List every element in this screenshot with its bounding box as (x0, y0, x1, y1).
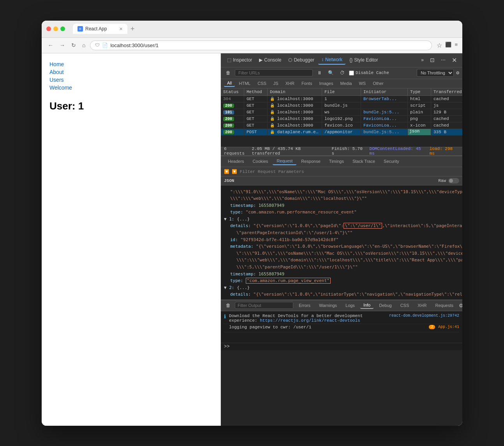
network-clear-button[interactable]: 🗑 (224, 69, 233, 76)
nav-link-about[interactable]: About (49, 69, 213, 75)
forward-button[interactable]: → (58, 41, 67, 50)
req-tab-timings[interactable]: Timings (325, 158, 348, 165)
col-status: Status (221, 88, 244, 95)
nav-link-home[interactable]: Home (49, 61, 213, 67)
menu-icon[interactable]: ≡ (455, 42, 458, 49)
console-chevron: >> (224, 344, 229, 349)
devtools-tab-console[interactable]: ▶ Console (256, 56, 284, 64)
network-gear-icon[interactable]: ⚙ (456, 70, 459, 76)
new-tab-button[interactable]: + (130, 25, 135, 33)
extension-icon[interactable]: ⬛ (445, 42, 451, 49)
req-tab-stack-trace[interactable]: Stack Trace (349, 158, 379, 165)
filter-tab-xhr[interactable]: XHR (282, 80, 298, 86)
col-initiator: Initiator (361, 88, 408, 95)
filter-tab-other[interactable]: Other (370, 80, 387, 86)
console-errors-tab[interactable]: Errors (296, 302, 314, 308)
network-row-4[interactable]: 200 GET 🔒 localhost:3000 logo192.png Fav… (221, 116, 462, 122)
filter-tab-js[interactable]: JS (270, 80, 282, 86)
raw-toggle-switch[interactable] (448, 178, 459, 183)
console-clear-button[interactable]: 🗑 (224, 302, 233, 309)
browser-tab[interactable]: R React App ✕ (73, 24, 127, 34)
filter-tab-html[interactable]: HTML (236, 80, 254, 86)
nav-link-welcome[interactable]: Welcome (49, 85, 213, 91)
table-header: Status Method Domain File Initiator Type… (221, 88, 462, 96)
filter-tab-all[interactable]: All (224, 80, 235, 87)
status-200-4: 200 (221, 129, 244, 135)
network-pause-button[interactable]: ⏸ (315, 69, 324, 76)
json-viewer[interactable]: ":\\\"91.0\\\",\\\"osName\\\":\\\"Mac OS… (221, 185, 462, 300)
close-window-button[interactable] (46, 26, 51, 31)
network-row-1[interactable]: 304 GET 🔒 localhost:3000 1 BrowserTab...… (221, 96, 462, 102)
summary-domcontent: DOMContentLoaded: 45 ms (370, 146, 426, 156)
console-icon: ▶ (259, 57, 263, 63)
devtools-tab-debugger[interactable]: ⬡ Debugger (285, 56, 317, 64)
network-row-2[interactable]: 200 GET 🔒 localhost:3000 bundle.js scrip… (221, 102, 462, 109)
devtools-close-button[interactable]: ✕ (449, 55, 459, 65)
status-200-2: 200 (221, 116, 244, 122)
filter-tab-css[interactable]: CSS (254, 80, 270, 86)
network-row-6-selected[interactable]: 200 POST 🔒 dataplane.rum.eu-west-1.... /… (221, 129, 462, 136)
console-source-1[interactable]: react-dom.development.js:29742 (389, 314, 459, 318)
req-tab-response[interactable]: Response (297, 158, 324, 165)
console-line-1: ℹ Download the React DevTools for a bett… (224, 313, 459, 324)
col-method: Method (244, 88, 268, 95)
network-row-5[interactable]: 200 GET 🔒 localhost:3000 favicon.ico Fav… (221, 122, 462, 129)
devtools-tab-inspector[interactable]: ⬚ Inspector (224, 56, 255, 64)
star-icon[interactable]: ☆ (437, 42, 442, 49)
console-filter-input[interactable] (235, 302, 293, 309)
summary-load: load: 298 ms (430, 146, 459, 156)
summary-size: 2.05 MB / 435.74 KB transferred (252, 146, 329, 156)
network-filter-input[interactable] (235, 69, 313, 76)
console-gear-button[interactable]: ⚙ (459, 303, 462, 308)
filter-tab-ws[interactable]: WS (356, 80, 369, 86)
console-warnings-tab[interactable]: Warnings (316, 302, 340, 308)
tab-title: React App (85, 26, 107, 32)
home-button[interactable]: ⌂ (81, 41, 87, 50)
filter-tab-media[interactable]: Media (337, 80, 355, 86)
nav-link-users[interactable]: Users (49, 77, 213, 83)
nav-bar: ← → ↻ ⌂ 🛡 📄 localhost:3000/user/1 ☆ ⬛ ≡ (42, 38, 462, 53)
console-source-2[interactable]: App.js:41 (438, 325, 459, 329)
maximize-window-button[interactable] (60, 26, 65, 31)
devtools-resize-button[interactable]: ⊡ (428, 55, 437, 65)
console-logs-tab[interactable]: Logs (342, 302, 358, 308)
network-timer-button[interactable]: ⏱ (338, 69, 347, 76)
devtools-tab-style-editor[interactable]: {} Style Editor (346, 56, 381, 64)
disable-cache-label[interactable]: Disable Cache (349, 71, 389, 76)
tab-area: R React App ✕ + (73, 24, 135, 34)
filter-icon: 🔽 (224, 169, 229, 174)
network-row-3[interactable]: 101 GET 🔒 localhost:3000 ws bundle.js:5.… (221, 109, 462, 116)
address-bar[interactable]: 🛡 📄 localhost:3000/user/1 (90, 41, 432, 50)
console-css-tab[interactable]: CSS (397, 302, 412, 308)
network-search-button[interactable]: 🔍 (326, 69, 336, 76)
tab-close-button[interactable]: ✕ (119, 26, 123, 32)
network-filter-tabs: All HTML CSS JS XHR Fonts Images Media W… (221, 79, 462, 88)
filter-tab-images[interactable]: Images (316, 80, 336, 86)
throttle-select[interactable]: No Throttling (417, 69, 454, 77)
react-devtools-link[interactable]: https://reactjs.org/link/react-devtools (260, 318, 360, 323)
reload-button[interactable]: ↻ (70, 41, 78, 50)
devtools-options-button[interactable]: ⋯ (438, 56, 449, 64)
req-tab-headers[interactable]: Headers (224, 158, 248, 165)
back-button[interactable]: ← (46, 41, 55, 50)
filter-request-params: 🔽 🔽 Filter Request Parameters (221, 167, 462, 176)
req-tab-cookies[interactable]: Cookies (249, 158, 272, 165)
col-transferred: Transferred (431, 88, 462, 95)
disable-cache-checkbox[interactable] (349, 71, 354, 76)
minimize-window-button[interactable] (53, 26, 58, 31)
browser-window: R React App ✕ + ← → ↻ ⌂ 🛡 📄 localhost:30… (42, 21, 462, 426)
devtools-more-button[interactable]: » (418, 56, 427, 64)
console-info-tab[interactable]: Info (360, 302, 374, 309)
filter-tab-fonts[interactable]: Fonts (298, 80, 315, 86)
console-debug-tab[interactable]: Debug (376, 302, 395, 308)
devtools-tab-network[interactable]: ↕ Network (318, 55, 345, 65)
status-200-3: 200 (221, 122, 244, 129)
title-bar: R React App ✕ + (42, 21, 462, 38)
req-tab-security[interactable]: Security (380, 158, 403, 165)
console-xhr-tab[interactable]: XHR (414, 302, 430, 308)
empty-icon: ℹ (224, 325, 226, 331)
console-line-2: ℹ logging pageview to cwr: /user/1 2 App… (224, 324, 459, 332)
console-requests-tab[interactable]: Requests (432, 302, 456, 308)
req-tab-request[interactable]: Request (273, 157, 296, 165)
col-file: File (322, 88, 361, 95)
